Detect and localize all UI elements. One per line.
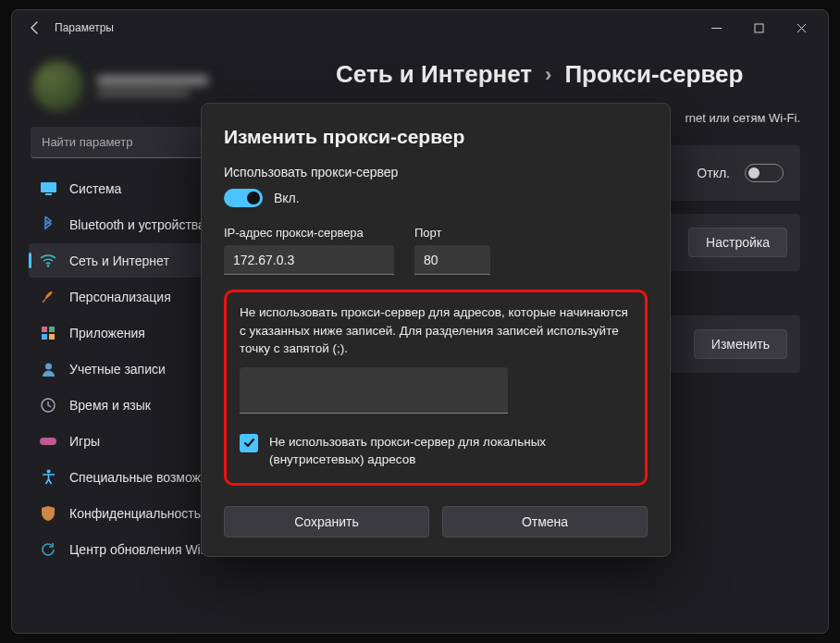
access-icon <box>40 469 56 486</box>
ip-label: IP-адрес прокси-сервера <box>224 226 394 240</box>
window-title: Параметры <box>55 21 114 34</box>
address-row: IP-адрес прокси-сервера Порт <box>224 226 648 275</box>
sidebar-item-label: Система <box>69 181 121 196</box>
highlight-box: Не использовать прокси-сервер для адресо… <box>224 290 648 486</box>
display-icon <box>40 180 56 197</box>
ip-input[interactable] <box>224 245 394 275</box>
toggle-state: Вкл. <box>274 191 300 205</box>
user-info <box>97 75 208 97</box>
svg-rect-11 <box>40 438 56 445</box>
minimize-icon <box>711 23 722 33</box>
toggle-label: Откл. <box>697 166 730 180</box>
brush-icon <box>40 289 56 305</box>
auto-detect-toggle[interactable] <box>745 164 784 182</box>
sidebar-item-label: Персонализация <box>69 290 171 304</box>
exclude-input[interactable] <box>240 367 508 414</box>
sidebar-item-label: Игры <box>69 434 100 449</box>
svg-rect-6 <box>49 327 55 332</box>
svg-rect-0 <box>755 24 763 32</box>
svg-rect-3 <box>45 193 52 195</box>
window-controls <box>695 13 822 43</box>
local-checkbox-row[interactable]: Не использовать прокси-сервер для локаль… <box>240 434 632 469</box>
setup-button[interactable]: Настройка <box>688 228 787 257</box>
use-proxy-toggle[interactable] <box>224 189 263 207</box>
sidebar-item-label: Сеть и Интернет <box>69 253 169 268</box>
minimize-button[interactable] <box>695 13 737 43</box>
save-button[interactable]: Сохранить <box>224 506 429 538</box>
local-checkbox-label: Не использовать прокси-сервер для локаль… <box>269 434 632 469</box>
close-icon <box>797 23 807 33</box>
cancel-button[interactable]: Отмена <box>442 506 648 538</box>
edit-proxy-dialog: Изменить прокси-сервер Использовать прок… <box>201 103 671 557</box>
svg-point-4 <box>47 265 50 267</box>
back-button[interactable] <box>19 12 51 43</box>
sidebar-item-label: Bluetooth и устройства <box>69 217 205 232</box>
edit-button[interactable]: Изменить <box>694 329 787 359</box>
bt-icon <box>40 216 56 233</box>
dialog-buttons: Сохранить Отмена <box>224 506 648 538</box>
maximize-button[interactable] <box>737 13 780 43</box>
dialog-title: Изменить прокси-сервер <box>224 126 648 148</box>
use-proxy-label: Использовать прокси-сервер <box>224 165 648 179</box>
breadcrumb-parent[interactable]: Сеть и Интернет <box>336 60 532 89</box>
svg-rect-2 <box>41 182 56 192</box>
clock-icon <box>40 397 56 414</box>
svg-rect-7 <box>42 334 47 340</box>
arrow-left-icon <box>28 20 43 35</box>
apps-icon <box>40 325 56 341</box>
use-proxy-toggle-row: Вкл. <box>224 189 648 207</box>
settings-window: Параметры СистемаBluetooth и устройстваС… <box>11 9 829 634</box>
user-icon <box>40 361 56 377</box>
avatar <box>32 60 84 112</box>
game-icon <box>40 433 56 450</box>
close-button[interactable] <box>780 13 822 43</box>
port-input[interactable] <box>414 245 490 275</box>
local-checkbox[interactable] <box>240 434 258 452</box>
port-label: Порт <box>414 226 490 240</box>
maximize-icon <box>754 23 764 33</box>
update-icon <box>40 541 56 558</box>
svg-point-12 <box>46 470 50 474</box>
shield-icon <box>40 505 56 522</box>
titlebar: Параметры <box>12 10 828 45</box>
sidebar-item-label: Приложения <box>69 326 145 340</box>
svg-point-9 <box>45 363 52 369</box>
wifi-icon <box>40 253 56 269</box>
sidebar-item-label: Время и язык <box>69 398 151 413</box>
check-icon <box>243 437 255 449</box>
svg-rect-8 <box>49 334 55 340</box>
chevron-right-icon: › <box>545 63 551 87</box>
sidebar-item-label: Учетные записи <box>69 362 166 377</box>
breadcrumb: Сеть и Интернет › Прокси-сервер <box>336 60 800 89</box>
svg-rect-5 <box>42 327 47 332</box>
breadcrumb-current: Прокси-сервер <box>564 60 743 89</box>
exclude-description: Не использовать прокси-сервер для адресо… <box>240 303 632 358</box>
